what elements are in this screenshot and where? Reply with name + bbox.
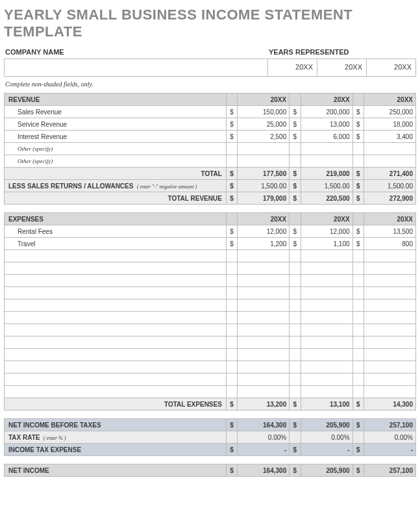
cell[interactable]	[301, 155, 352, 168]
row-label[interactable]	[5, 336, 227, 349]
row-label[interactable]	[5, 324, 227, 336]
expense-row-blank	[5, 312, 416, 324]
cell[interactable]	[238, 373, 290, 386]
expenses-header: EXPENSES 20XX 20XX 20XX	[5, 213, 416, 225]
expenses-year-3: 20XX	[364, 213, 415, 225]
cell[interactable]: 13,500	[364, 225, 415, 238]
cell[interactable]: 1,200	[238, 238, 290, 250]
cell[interactable]	[238, 299, 290, 312]
row-label[interactable]	[5, 250, 227, 262]
cell[interactable]	[364, 262, 415, 275]
cell[interactable]	[238, 336, 290, 349]
row-label[interactable]	[5, 312, 227, 324]
cell[interactable]	[301, 299, 352, 312]
row-label[interactable]	[5, 349, 227, 361]
cell[interactable]	[238, 143, 290, 155]
cell[interactable]	[238, 361, 290, 373]
company-name-input[interactable]	[5, 59, 268, 76]
cell[interactable]	[301, 373, 352, 386]
year-input-1[interactable]: 20XX	[268, 59, 317, 76]
cell[interactable]: 3,400	[364, 131, 415, 143]
row-label[interactable]	[5, 386, 227, 398]
cell[interactable]: 200,000	[301, 106, 352, 118]
cell[interactable]	[364, 349, 415, 361]
cell[interactable]	[301, 324, 352, 336]
row-label[interactable]	[5, 287, 227, 299]
header-labels: COMPANY NAME YEARS REPRESENTED	[4, 45, 416, 58]
row-label[interactable]: Service Revenue	[5, 118, 227, 131]
row-label[interactable]: Sales Revenue	[5, 106, 227, 118]
cell[interactable]	[238, 262, 290, 275]
cell[interactable]: 1,100	[301, 238, 352, 250]
cell[interactable]	[364, 312, 415, 324]
expense-row-blank	[5, 386, 416, 398]
cell[interactable]: 2,500	[238, 131, 290, 143]
cell[interactable]	[301, 336, 352, 349]
cell[interactable]	[364, 287, 415, 299]
cell[interactable]	[238, 287, 290, 299]
row-label[interactable]: Rental Fees	[5, 225, 227, 238]
cell[interactable]	[301, 386, 352, 398]
cell[interactable]	[364, 299, 415, 312]
row-label[interactable]	[5, 262, 227, 275]
cell[interactable]: 18,000	[364, 118, 415, 131]
cell[interactable]: 0.00%	[238, 431, 290, 444]
cell[interactable]	[301, 287, 352, 299]
row-label[interactable]: Other (specify)	[5, 155, 227, 168]
cell[interactable]	[238, 250, 290, 262]
cell[interactable]: 25,000	[238, 118, 290, 131]
row-label[interactable]	[5, 361, 227, 373]
cell[interactable]	[238, 275, 290, 287]
cell[interactable]	[301, 143, 352, 155]
cell[interactable]: 150,000	[238, 106, 290, 118]
cell[interactable]	[364, 324, 415, 336]
summary-table: NET INCOME BEFORE TAXES $164,300 $205,90…	[4, 418, 416, 456]
total-value: 13,200	[238, 398, 290, 411]
cell[interactable]	[364, 386, 415, 398]
cell[interactable]: 6,000	[301, 131, 352, 143]
expenses-year-2: 20XX	[301, 213, 352, 225]
year-input-3[interactable]: 20XX	[367, 59, 415, 76]
cell[interactable]	[364, 361, 415, 373]
cell[interactable]: 1,500.00	[301, 180, 352, 192]
cell[interactable]	[364, 250, 415, 262]
cell[interactable]	[238, 312, 290, 324]
net-income-table: NET INCOME $164,300 $205,900 $257,100	[4, 464, 416, 477]
cell[interactable]	[364, 275, 415, 287]
cell[interactable]: 0.00%	[301, 431, 352, 444]
cell[interactable]	[364, 373, 415, 386]
cell[interactable]	[301, 250, 352, 262]
cell[interactable]	[301, 312, 352, 324]
cell[interactable]	[364, 155, 415, 168]
years-represented-label: YEARS REPRESENTED	[267, 45, 416, 58]
total-revenue-row: TOTAL REVENUE $179,000 $220,500 $272,900	[5, 192, 416, 205]
cell[interactable]: 1,500.00	[364, 180, 415, 192]
cell[interactable]: 12,000	[238, 225, 290, 238]
row-label[interactable]	[5, 373, 227, 386]
cell[interactable]	[301, 262, 352, 275]
cell[interactable]: 800	[364, 238, 415, 250]
cell[interactable]	[238, 386, 290, 398]
cell[interactable]	[364, 336, 415, 349]
cell[interactable]: 250,000	[364, 106, 415, 118]
cell[interactable]	[364, 143, 415, 155]
cell[interactable]	[301, 275, 352, 287]
cell[interactable]	[238, 349, 290, 361]
year-input-2[interactable]: 20XX	[317, 59, 367, 76]
row-label[interactable]	[5, 275, 227, 287]
cell[interactable]	[238, 155, 290, 168]
cell[interactable]	[238, 324, 290, 336]
cell[interactable]: 13,000	[301, 118, 352, 131]
cell[interactable]: 12,000	[301, 225, 352, 238]
cell[interactable]	[301, 361, 352, 373]
cell[interactable]	[301, 349, 352, 361]
row-label[interactable]	[5, 299, 227, 312]
cell[interactable]: 1,500.00	[238, 180, 290, 192]
row-label[interactable]: Interest Revenue	[5, 131, 227, 143]
row-label[interactable]: Travel	[5, 238, 227, 250]
cell[interactable]: 0.00%	[364, 431, 415, 444]
value: -	[301, 444, 352, 456]
dollar-sign: $	[352, 106, 364, 118]
total-value: 219,000	[301, 168, 352, 180]
row-label[interactable]: Other (specify)	[5, 143, 227, 155]
